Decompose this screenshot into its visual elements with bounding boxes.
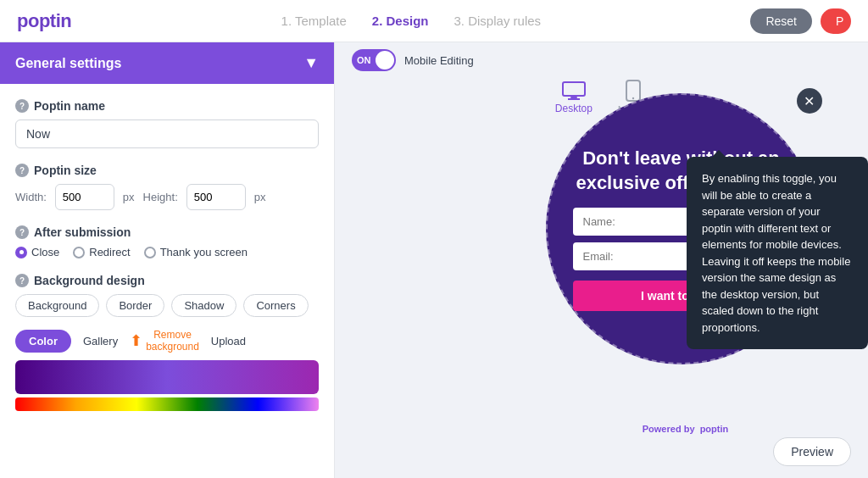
after-submission-help-icon[interactable]: ? (15, 225, 29, 239)
radio-thankyou-circle (144, 247, 156, 258)
mobile-editing-toggle[interactable]: ON (352, 49, 396, 71)
bg-tab-background[interactable]: Background (15, 294, 99, 317)
poptin-name-input[interactable] (15, 119, 319, 148)
toggle-knob (376, 51, 394, 69)
height-px: px (254, 191, 266, 203)
width-px: px (123, 191, 135, 203)
logo: poptin (17, 10, 71, 32)
nav-step-design[interactable]: 2. Design (372, 14, 429, 28)
main-layout: General settings ▼ ? Poptin name ? Popti… (0, 42, 868, 478)
sidebar-header: General settings ▼ (0, 42, 334, 84)
poptin-name-label: ? Poptin name (15, 99, 319, 113)
poptin-size-group: ? Poptin size Width: px Height: px (15, 164, 319, 210)
poptin-size-label: ? Poptin size (15, 164, 319, 177)
background-design-label: ? Background design (15, 274, 319, 287)
radio-close[interactable]: Close (15, 246, 59, 258)
toggle-on-label: ON (357, 55, 371, 65)
nav-steps: 1. Template 2. Design 3. Display rules (281, 14, 542, 28)
radio-thankyou[interactable]: Thank you screen (144, 246, 248, 258)
color-section: Color Gallery ⬆ Remove background Upload (15, 329, 319, 353)
width-label: Width: (15, 191, 47, 203)
background-design-group: ? Background design Background Border Sh… (15, 274, 319, 411)
height-input[interactable] (186, 184, 246, 210)
close-button[interactable]: ✕ (797, 88, 822, 114)
mobile-editing-label: Mobile Editing (404, 54, 474, 67)
bg-tab-corners[interactable]: Corners (243, 294, 308, 317)
after-submission-label: ? After submission (15, 225, 319, 239)
bg-tab-border[interactable]: Border (106, 294, 164, 317)
chevron-down-icon[interactable]: ▼ (303, 54, 319, 72)
tooltip: By enabling this toggle, you will be abl… (687, 157, 868, 349)
poptin-name-group: ? Poptin name (15, 99, 319, 148)
radio-group: Close Redirect Thank you screen (15, 246, 319, 258)
size-row: Width: px Height: px (15, 184, 319, 210)
powered-by: Powered by poptin (643, 424, 728, 434)
upload-icon: ⬆ (130, 331, 142, 350)
bg-tab-shadow[interactable]: Shadow (171, 294, 236, 317)
upload-remove-row: ⬆ Remove background (130, 329, 199, 353)
upload-button[interactable]: Upload (211, 335, 246, 347)
mobile-edit-row: ON Mobile Editing (335, 42, 868, 71)
radio-close-circle (15, 247, 27, 258)
radio-redirect[interactable]: Redirect (73, 246, 130, 258)
powered-by-brand: poptin (700, 424, 729, 434)
after-submission-group: ? After submission Close Redirect Thank … (15, 225, 319, 258)
top-nav: poptin 1. Template 2. Design 3. Display … (0, 0, 868, 42)
radio-redirect-circle (73, 247, 85, 258)
color-button[interactable]: Color (15, 330, 71, 353)
width-input[interactable] (55, 184, 114, 210)
brand-name: poptin (17, 10, 71, 32)
sidebar-title: General settings (15, 56, 121, 71)
height-label: Height: (143, 191, 178, 203)
bg-tabs: Background Border Shadow Corners (15, 294, 319, 317)
preview-button[interactable]: Preview (773, 437, 851, 466)
nav-step-template[interactable]: 1. Template (281, 14, 347, 28)
nav-actions: Reset P (750, 8, 851, 34)
poptin-name-help-icon[interactable]: ? (15, 99, 29, 113)
nav-step-display-rules[interactable]: 3. Display rules (454, 14, 542, 28)
reset-button[interactable]: Reset (750, 8, 812, 34)
bg-help-icon[interactable]: ? (15, 274, 29, 287)
sidebar-content: ? Poptin name ? Poptin size Width: px He… (0, 84, 334, 442)
rainbow-color-picker[interactable] (15, 397, 319, 411)
tooltip-text: By enabling this toggle, you will be abl… (702, 172, 850, 334)
remove-background-link[interactable]: Remove background (146, 329, 199, 353)
color-preview-swatch (15, 360, 319, 394)
poptin-size-help-icon[interactable]: ? (15, 164, 29, 177)
publish-button[interactable]: P (821, 8, 851, 34)
preview-area: ON Mobile Editing Desktop Mobile (335, 42, 868, 478)
sidebar: General settings ▼ ? Poptin name ? Popti… (0, 42, 335, 478)
gallery-button[interactable]: Gallery (83, 335, 118, 347)
